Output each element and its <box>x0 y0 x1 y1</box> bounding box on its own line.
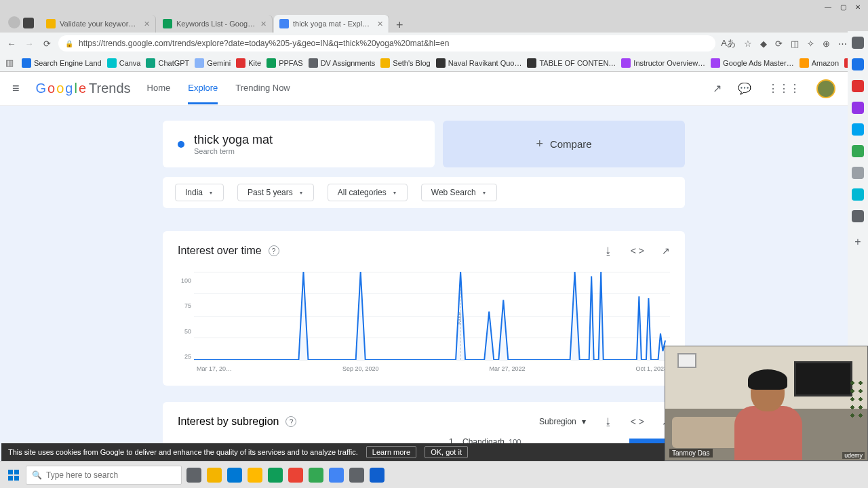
bookmark-label: Seth's Blog <box>393 59 430 67</box>
browser-tab[interactable]: thick yoga mat - Explore - Goog✕ <box>274 15 389 33</box>
favorite-icon[interactable]: ☆ <box>744 39 752 49</box>
filter-time[interactable]: Past 5 years▾ <box>237 184 314 201</box>
taskbar-search[interactable]: 🔍 Type here to search <box>26 466 182 485</box>
edge-sidebar-icon[interactable] <box>852 102 864 114</box>
window-close[interactable]: ✕ <box>850 3 865 11</box>
google-trends-logo[interactable]: Google Trends <box>36 81 131 96</box>
plus-icon: + <box>536 137 543 151</box>
edge-sidebar-icon[interactable] <box>852 188 864 201</box>
edge-sidebar-icon[interactable] <box>852 37 864 49</box>
search-placeholder: Type here to search <box>46 470 118 480</box>
start-button[interactable] <box>4 466 23 485</box>
account-avatar[interactable] <box>816 79 835 98</box>
taskbar-app-icon[interactable] <box>184 466 203 485</box>
reload-button[interactable]: ⟳ <box>41 37 53 49</box>
browser-profile-icon[interactable] <box>8 16 20 28</box>
subregion-dropdown[interactable]: Subregion▾ <box>539 417 586 426</box>
menu-icon[interactable]: ≡ <box>12 81 20 96</box>
bookmark-item[interactable]: Instructor Overview… <box>621 58 705 68</box>
browser-tab[interactable]: Validate your keywords - Googl✕ <box>41 15 156 33</box>
search-term-type: Search term <box>194 147 273 155</box>
extension-icon-3[interactable]: ◫ <box>791 39 799 49</box>
url-input[interactable]: 🔒 https://trends.google.com/trends/explo… <box>58 35 715 52</box>
bookmark-item[interactable]: Search Engine Land <box>22 58 102 68</box>
filter-geo[interactable]: India▾ <box>175 184 224 201</box>
embed-icon[interactable]: < > <box>631 416 644 427</box>
taskbar-app-icon[interactable] <box>245 466 264 485</box>
taskbar-app-icon[interactable] <box>368 466 387 485</box>
edge-sidebar-icon[interactable] <box>852 167 864 179</box>
add-compare-button[interactable]: + Compare <box>443 121 685 167</box>
bookmark-item[interactable]: DV Assignments <box>309 58 376 68</box>
edge-sidebar-add[interactable]: + <box>854 236 861 248</box>
help-icon[interactable]: ? <box>285 416 296 427</box>
window-maximize[interactable]: ▢ <box>835 3 850 11</box>
nav-explore[interactable]: Explore <box>188 73 218 104</box>
browser-tab[interactable]: Keywords List - Google Sheets✕ <box>157 15 273 33</box>
tab-close-icon[interactable]: ✕ <box>377 20 383 28</box>
filter-category[interactable]: All categories▾ <box>328 184 408 201</box>
interest-chart[interactable]: Note Mar 17, 20…Sep 20, 2020Mar 27, 2022… <box>194 272 670 372</box>
reader-mode-icon[interactable]: Aあ <box>721 37 736 49</box>
taskbar-app-icon[interactable] <box>205 466 224 485</box>
filter-searchtype[interactable]: Web Search▾ <box>421 184 497 201</box>
feedback-icon[interactable]: 💬 <box>738 82 751 95</box>
bookmark-item[interactable]: Naval Ravikant Quo… <box>436 58 522 68</box>
cookie-text: This site uses cookies from Google to de… <box>8 448 358 456</box>
extension-icon-4[interactable]: ✧ <box>807 39 814 49</box>
nav-trending[interactable]: Trending Now <box>235 73 290 104</box>
embed-icon[interactable]: < > <box>631 245 644 256</box>
apps-icon[interactable]: ⋮⋮⋮ <box>768 82 800 95</box>
taskbar-app-icon[interactable] <box>286 466 305 485</box>
bookmark-label: Instructor Overview… <box>633 59 705 67</box>
extension-icon-5[interactable]: ⊕ <box>823 39 830 49</box>
bookmark-item[interactable]: Gemini <box>195 58 231 68</box>
nav-home[interactable]: Home <box>147 73 171 104</box>
taskbar-app-icon[interactable] <box>327 466 346 485</box>
share-icon[interactable]: ↗ <box>713 82 722 95</box>
cookie-learn-more[interactable]: Learn more <box>366 446 416 458</box>
bookmark-item[interactable]: Kite <box>236 58 261 68</box>
taskbar-app-icon[interactable] <box>347 466 366 485</box>
taskbar-app-icon[interactable] <box>307 466 326 485</box>
share-chart-icon[interactable]: ↗ <box>662 245 670 256</box>
edge-sidebar-icon[interactable] <box>852 80 864 92</box>
bookmark-favicon <box>195 58 204 68</box>
bookmark-item[interactable]: PPFAS <box>267 58 302 68</box>
svg-rect-3 <box>14 476 19 481</box>
chart-x-axis: Mar 17, 20…Sep 20, 2020Mar 27, 2022Oct 1… <box>194 365 670 372</box>
url-text: https://trends.google.com/trends/explore… <box>79 39 449 48</box>
bookmark-item[interactable]: Seth's Blog <box>380 58 430 68</box>
bookmark-item[interactable]: ChatGPT <box>146 58 189 68</box>
cookie-ok-button[interactable]: OK, got it <box>425 446 468 458</box>
edge-sidebar-icon[interactable] <box>852 123 864 136</box>
term-color-dot <box>178 141 184 148</box>
edge-sidebar-icon[interactable] <box>852 58 864 70</box>
bookmark-item[interactable]: Amazon <box>800 58 839 68</box>
edge-sidebar-icon[interactable] <box>852 145 864 157</box>
bookmark-item[interactable]: Google Ads Master… <box>711 58 794 68</box>
search-term-card[interactable]: thick yoga mat Search term <box>163 121 435 167</box>
edge-sidebar-icon[interactable] <box>852 210 864 222</box>
back-button[interactable]: ← <box>5 37 18 49</box>
download-icon[interactable]: ⭳ <box>604 245 613 256</box>
bookmark-item[interactable]: TABLE OF CONTEN… <box>527 58 616 68</box>
window-minimize[interactable]: — <box>821 3 835 11</box>
tab-close-icon[interactable]: ✕ <box>260 20 267 28</box>
download-icon[interactable]: ⭳ <box>604 416 613 427</box>
more-icon[interactable]: ⋯ <box>838 39 847 49</box>
extension-icon-2[interactable]: ⟳ <box>775 39 783 49</box>
chevron-down-icon: ▾ <box>210 190 212 196</box>
bookmark-label: Kite <box>248 59 261 67</box>
bookmark-favicon <box>527 58 536 68</box>
bookmarks-folder-icon[interactable]: ▥ <box>5 58 14 68</box>
extension-icon-1[interactable]: ◆ <box>760 39 767 49</box>
tab-close-icon[interactable]: ✕ <box>144 20 150 28</box>
taskbar-app-icon[interactable] <box>225 466 244 485</box>
browser-app-icon[interactable] <box>23 18 34 28</box>
new-tab-button[interactable]: + <box>391 18 409 33</box>
help-icon[interactable]: ? <box>269 245 279 256</box>
taskbar-app-icon[interactable] <box>266 466 285 485</box>
bookmark-item[interactable]: Canva <box>107 58 141 68</box>
windows-taskbar: 🔍 Type here to search <box>0 461 868 488</box>
